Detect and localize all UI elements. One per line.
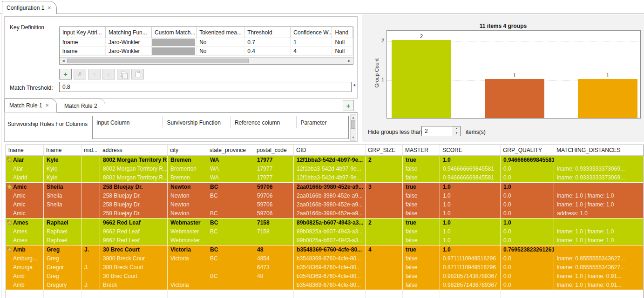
cell-city: Bremen bbox=[168, 156, 207, 165]
table-row[interactable]: AmicSheila258 Bluejay Dr.NewtonBC597062a… bbox=[6, 183, 644, 192]
scroll-right-icon[interactable]: ▶ bbox=[346, 58, 353, 64]
cell-SCORE: 1.0 bbox=[440, 227, 501, 236]
cell-mid... bbox=[81, 173, 100, 182]
keydef-horizontal-scrollbar[interactable]: ◀ ▶ bbox=[60, 57, 353, 64]
results-column-header[interactable]: mid... bbox=[81, 145, 100, 155]
keydef-cell: Jaro-Winkler bbox=[106, 47, 152, 55]
cell-state_province: WA bbox=[207, 165, 254, 173]
results-body: AlarKyle8002 Morgan Territory R...Bremen… bbox=[6, 156, 644, 290]
cell-GRP_QUALITY: 0.0 bbox=[501, 200, 554, 209]
results-column-header[interactable]: city bbox=[168, 145, 207, 155]
results-column-header[interactable]: lname bbox=[6, 145, 44, 155]
table-row[interactable]: AmurgaGregorJ.380 Breck Court6473b354836… bbox=[6, 263, 644, 272]
table-row[interactable]: AmicSheila258 Bluejay Dr.Newton597062aa0… bbox=[6, 200, 644, 209]
scroll-left-icon[interactable]: ◀ bbox=[60, 58, 67, 64]
scroll-up-icon[interactable]: ▲ bbox=[351, 115, 356, 120]
results-column-header[interactable]: state_province bbox=[207, 145, 254, 155]
cell-GRP_QUALITY: 0.0 bbox=[501, 173, 554, 182]
items-label: items(s) bbox=[466, 129, 486, 135]
table-row[interactable]: AlarKyle8002 Morgan Territory R...Bremer… bbox=[6, 165, 644, 173]
table-row[interactable]: AmesRaphael9662 Red LeafWebmasterBC71588… bbox=[6, 227, 644, 236]
cell-address: 258 Bluejay Dr. bbox=[100, 209, 168, 218]
cell-lname: Ames bbox=[6, 219, 44, 227]
table-row[interactable]: Amic258 Bluejay Dr.NewtonBC597062aa0166b… bbox=[6, 209, 644, 218]
cell-GRP_SIZE bbox=[366, 200, 403, 209]
scrollbar-thumb[interactable] bbox=[67, 59, 249, 63]
results-column-header[interactable]: GID bbox=[294, 145, 366, 155]
cell-postal_code bbox=[254, 281, 294, 290]
cell-address: 30 Brec Court bbox=[100, 272, 168, 281]
keydef-column-header: Input Key Attri... bbox=[60, 27, 106, 38]
cell-GID: b3548369-6760-4cfe-80... bbox=[294, 245, 366, 254]
chart-bar[interactable] bbox=[578, 79, 637, 118]
table-row[interactable]: Amburg...Greg3800 Breck CourVictoriaBC48… bbox=[6, 254, 644, 263]
table-row[interactable]: AlarKyle8002 Morgan Territory R...Bremen… bbox=[6, 156, 644, 165]
results-column-header[interactable]: MASTER bbox=[403, 145, 440, 155]
cell-fname: Sheila bbox=[44, 183, 81, 192]
cell-GRP_QUALITY: 1.0 bbox=[501, 219, 554, 227]
results-column-header[interactable]: GRP_SIZE bbox=[366, 145, 403, 155]
keydef-row[interactable]: lnameJaro-WinklerNo0.44Null bbox=[60, 47, 353, 56]
cell-state_province bbox=[207, 236, 254, 245]
add-match-rule-button[interactable]: + bbox=[343, 100, 354, 111]
cell-postal_code: 48 bbox=[254, 245, 294, 254]
tab-match-rule-1[interactable]: Match Rule 1 × bbox=[4, 99, 57, 113]
cell-address: 258 Bluejay Dr. bbox=[100, 200, 168, 209]
chart-bar[interactable] bbox=[485, 79, 544, 118]
cell-GRP_QUALITY: 0.946666669845581 bbox=[501, 156, 554, 165]
keydef-row[interactable]: fnameJaro-WinklerNo0.71Null bbox=[60, 38, 353, 47]
key-definition-table: Input Key Attri...Matching Fun...Custom … bbox=[59, 26, 353, 65]
results-column-header[interactable]: GRP_QUALITY bbox=[501, 145, 554, 155]
survivorship-vertical-scrollbar[interactable]: ▲ ▼ bbox=[350, 114, 356, 141]
results-column-header[interactable]: MATCHING_DISTANCES bbox=[554, 145, 644, 155]
cell-postal_code: 17977 bbox=[254, 156, 294, 165]
results-column-header[interactable]: address bbox=[100, 145, 168, 155]
table-row[interactable]: AmbGregoryJ.BreckVictoriab3548369-6760-4… bbox=[6, 281, 644, 290]
match-rule-tabbar: Match Rule 1 × Match Rule 2 + bbox=[4, 99, 358, 113]
cell-MATCHING_DISTANCES bbox=[554, 245, 644, 254]
cell-mid...: J. bbox=[81, 245, 100, 254]
hide-groups-input[interactable] bbox=[422, 126, 453, 136]
cell-SCORE: 1.0 bbox=[440, 183, 501, 192]
table-row[interactable]: AmesRaphael9662 Red LeafWebminster89b082… bbox=[6, 236, 644, 245]
survivorship-table: Input ColumnSurvivorship FunctionReferen… bbox=[92, 116, 349, 139]
cell-GRP_SIZE: 4 bbox=[366, 245, 403, 254]
scroll-down-icon[interactable]: ▼ bbox=[351, 135, 356, 140]
table-row[interactable]: AmicSheila258 Bluejay Dr.NewtonBC597062a… bbox=[6, 192, 644, 200]
spinner-down-icon[interactable]: ▼ bbox=[453, 131, 460, 136]
cell-SCORE: 0.8711110949516296 bbox=[440, 254, 501, 263]
add-button[interactable]: + bbox=[59, 69, 72, 79]
cell-SCORE: 0.946666669845581 bbox=[440, 173, 501, 182]
cell-lname: Amic bbox=[6, 200, 44, 209]
match-threshold-input[interactable] bbox=[59, 82, 352, 92]
cell-fname: Raphael bbox=[44, 227, 81, 236]
results-column-header[interactable]: postal_code bbox=[254, 145, 294, 155]
cell-MASTER: true bbox=[403, 245, 440, 254]
tab-match-rule-2[interactable]: Match Rule 2 bbox=[60, 99, 105, 113]
master-record-icon bbox=[7, 157, 13, 163]
cell-address: 9662 Red Leaf bbox=[100, 219, 168, 227]
cell-GRP_SIZE bbox=[366, 263, 403, 272]
table-row[interactable]: AlaridKyle8002 Morgan Territory R...Brem… bbox=[6, 173, 644, 182]
spinner-up-icon[interactable]: ▲ bbox=[453, 126, 460, 131]
keydef-cell: 0.4 bbox=[244, 47, 291, 55]
results-column-header[interactable]: SCORE bbox=[440, 145, 501, 155]
close-icon[interactable]: × bbox=[47, 5, 51, 11]
keydef-column-header: Matching Fun... bbox=[106, 27, 152, 38]
cell-lname: Amic bbox=[6, 209, 44, 218]
chart-bar-value: 1 bbox=[485, 73, 544, 78]
scrollbar-thumb[interactable] bbox=[351, 120, 355, 129]
table-row[interactable]: AmesRaphael9662 Red LeafWebmasterBC71588… bbox=[6, 219, 644, 227]
cell-postal_code: 7158 bbox=[254, 227, 294, 236]
table-row[interactable]: AmbGregJ.30 Brec CourtVictoriaBC48b35483… bbox=[6, 245, 644, 254]
cell-GID: b3548369-6760-4cfe-80... bbox=[294, 254, 366, 263]
chart-bar[interactable] bbox=[392, 40, 451, 118]
cell-mid... bbox=[81, 165, 100, 173]
editor-tab-bar: Configuration 1 × bbox=[0, 0, 644, 14]
cell-SCORE: 0.8711110949516296 bbox=[440, 263, 501, 272]
tab-configuration-1[interactable]: Configuration 1 × bbox=[2, 1, 57, 14]
cell-address: 380 Breck Court bbox=[100, 263, 168, 272]
table-row[interactable]: AmbGreg30 Brec CourtBC48b3548369-6760-4c… bbox=[6, 272, 644, 281]
close-icon[interactable]: × bbox=[46, 103, 49, 108]
results-column-header[interactable]: fname bbox=[44, 145, 81, 155]
